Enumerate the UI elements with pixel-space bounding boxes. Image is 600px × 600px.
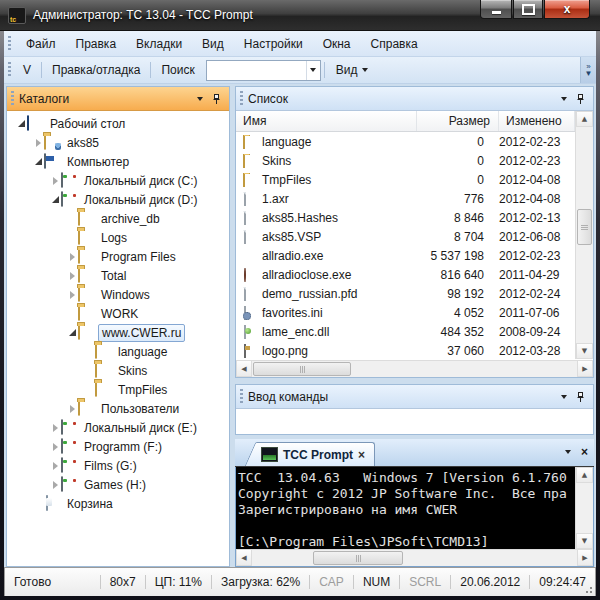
tree-item[interactable]: language bbox=[7, 342, 229, 361]
tree-item-label: TmpFiles bbox=[115, 382, 170, 398]
console-vertical-scrollbar[interactable]: ▲ ▼ bbox=[575, 467, 593, 549]
expander-closed-icon[interactable] bbox=[49, 177, 61, 185]
search-input[interactable] bbox=[207, 63, 306, 78]
tree-item[interactable]: Films (G:) bbox=[7, 456, 229, 475]
panel-menu-button[interactable] bbox=[561, 395, 567, 399]
scroll-up-icon[interactable]: ▲ bbox=[576, 111, 593, 127]
tab-list-button[interactable] bbox=[565, 450, 571, 454]
file-row[interactable]: demo_russian.pfd98 1922012-02-24 bbox=[236, 284, 575, 303]
scrollbar-thumb[interactable] bbox=[253, 362, 351, 376]
tree-item[interactable]: Рабочий стол bbox=[7, 114, 229, 133]
console-horizontal-scrollbar[interactable]: ◀ ▶ bbox=[236, 549, 593, 566]
file-list-horizontal-scrollbar[interactable]: ◀ ▶ bbox=[236, 360, 593, 377]
file-row[interactable]: aks85.VSP8 7042012-06-08 bbox=[236, 227, 575, 246]
search-dropdown-button[interactable] bbox=[306, 61, 320, 80]
scroll-left-icon[interactable]: ◀ bbox=[236, 361, 252, 377]
tree-item-label: Рабочий стол bbox=[47, 116, 128, 132]
scrollbar-thumb[interactable] bbox=[313, 551, 403, 565]
panel-menu-button[interactable] bbox=[197, 97, 203, 101]
tree-item[interactable]: aks85 bbox=[7, 133, 229, 152]
app-icon-label: tc bbox=[10, 16, 16, 23]
tree-item[interactable]: Programm (F:) bbox=[7, 437, 229, 456]
folder-icon bbox=[95, 344, 112, 359]
expander-open-icon[interactable] bbox=[49, 196, 61, 203]
maximize-button[interactable] bbox=[513, 0, 543, 19]
menu-item[interactable]: Правка bbox=[66, 32, 127, 56]
file-row[interactable]: allradio.exe5 537 1982012-02-23 bbox=[236, 246, 575, 265]
tree-item[interactable]: TmpFiles bbox=[7, 380, 229, 399]
tree-item[interactable]: Games (H:) bbox=[7, 475, 229, 494]
scroll-left-icon[interactable]: ◀ bbox=[236, 550, 252, 566]
toolbar-overflow-button[interactable]: » ▼ bbox=[580, 57, 596, 83]
scrollbar-thumb[interactable] bbox=[577, 209, 592, 245]
column-header-size[interactable]: Размер bbox=[417, 111, 499, 131]
tree-item[interactable]: Локальный диск (D:) bbox=[7, 190, 229, 209]
file-row[interactable]: language02012-02-23 bbox=[236, 132, 575, 151]
tree-item[interactable]: Локальный диск (E:) bbox=[7, 418, 229, 437]
tab-tcc-prompt[interactable]: TCC Prompt × bbox=[259, 442, 375, 466]
tree-item[interactable]: archive_db bbox=[7, 209, 229, 228]
tab-close-icon[interactable]: × bbox=[358, 448, 365, 462]
menu-item[interactable]: Окна bbox=[313, 32, 361, 56]
edit-debug-button[interactable]: Правка/отладка bbox=[45, 59, 147, 81]
menu-item[interactable]: Файл bbox=[16, 32, 66, 56]
tree-item[interactable]: Program Files bbox=[7, 247, 229, 266]
column-header-modified[interactable]: Изменено bbox=[499, 111, 575, 131]
tree-item[interactable]: Локальный диск (C:) bbox=[7, 171, 229, 190]
file-row[interactable]: logo.png37 0602012-03-28 bbox=[236, 341, 575, 360]
pin-icon[interactable] bbox=[575, 93, 586, 105]
scroll-right-icon[interactable]: ▶ bbox=[577, 550, 593, 566]
pin-icon[interactable] bbox=[575, 391, 586, 403]
tree-item[interactable]: Total bbox=[7, 266, 229, 285]
v-button[interactable]: V bbox=[16, 59, 38, 81]
close-button[interactable]: x bbox=[544, 0, 590, 19]
panel-menu-button[interactable] bbox=[561, 97, 567, 101]
file-row[interactable]: Skins02012-02-23 bbox=[236, 151, 575, 170]
expander-closed-icon[interactable] bbox=[49, 424, 61, 432]
scroll-down-icon[interactable]: ▼ bbox=[576, 343, 593, 359]
menu-item[interactable]: Справка bbox=[361, 32, 428, 56]
tree-item[interactable]: Корзина bbox=[7, 494, 229, 513]
tree-item[interactable]: Logs bbox=[7, 228, 229, 247]
panel-close-icon[interactable]: × bbox=[581, 445, 588, 459]
tree-item[interactable]: Компьютер bbox=[7, 152, 229, 171]
file-name: allradio.exe bbox=[262, 249, 323, 263]
tree-item[interactable]: Skins bbox=[7, 361, 229, 380]
file-list-vertical-scrollbar[interactable]: ▲ ▼ bbox=[575, 111, 593, 359]
expander-closed-icon[interactable] bbox=[66, 291, 78, 299]
expander-open-icon[interactable] bbox=[32, 158, 44, 165]
console-output[interactable]: TCC 13.04.63 Windows 7 [Version 6.1.760C… bbox=[236, 467, 575, 549]
expander-closed-icon[interactable] bbox=[32, 139, 44, 147]
menu-item[interactable]: Вид bbox=[192, 32, 234, 56]
file-row[interactable]: aks85.Hashes8 8462012-02-13 bbox=[236, 208, 575, 227]
tree-item[interactable]: WORK bbox=[7, 304, 229, 323]
search-label[interactable]: Поиск bbox=[154, 59, 201, 81]
tree-item[interactable]: Пользователи bbox=[7, 399, 229, 418]
expander-open-icon[interactable] bbox=[15, 120, 27, 127]
tree-item[interactable]: www.CWER.ru bbox=[7, 323, 229, 342]
file-row[interactable]: TmpFiles02012-04-08 bbox=[236, 170, 575, 189]
file-row[interactable]: 1.axr7762012-04-08 bbox=[236, 189, 575, 208]
pin-icon[interactable] bbox=[211, 93, 222, 105]
expander-open-icon[interactable] bbox=[66, 329, 78, 336]
minimize-button[interactable] bbox=[480, 0, 512, 19]
expander-closed-icon[interactable] bbox=[66, 405, 78, 413]
view-button[interactable]: Вид bbox=[328, 63, 377, 77]
tree-item[interactable]: Windows bbox=[7, 285, 229, 304]
menu-item[interactable]: Настройки bbox=[234, 32, 313, 56]
expander-closed-icon[interactable] bbox=[66, 272, 78, 280]
command-input[interactable] bbox=[236, 409, 593, 434]
expander-closed-icon[interactable] bbox=[66, 253, 78, 261]
scroll-up-icon[interactable]: ▲ bbox=[576, 467, 593, 483]
menu-item[interactable]: Вкладки bbox=[126, 32, 192, 56]
scroll-down-icon[interactable]: ▼ bbox=[576, 533, 593, 549]
expander-closed-icon[interactable] bbox=[49, 481, 61, 489]
resize-grip[interactable] bbox=[583, 584, 593, 594]
expander-closed-icon[interactable] bbox=[49, 462, 61, 470]
expander-closed-icon[interactable] bbox=[49, 443, 61, 451]
file-row[interactable]: lame_enc.dll484 3522008-09-24 bbox=[236, 322, 575, 341]
file-row[interactable]: allradioclose.exe816 6402011-04-29 bbox=[236, 265, 575, 284]
scroll-right-icon[interactable]: ▶ bbox=[577, 361, 593, 377]
file-row[interactable]: favorites.ini4 0522011-07-06 bbox=[236, 303, 575, 322]
column-header-name[interactable]: Имя bbox=[236, 111, 417, 131]
